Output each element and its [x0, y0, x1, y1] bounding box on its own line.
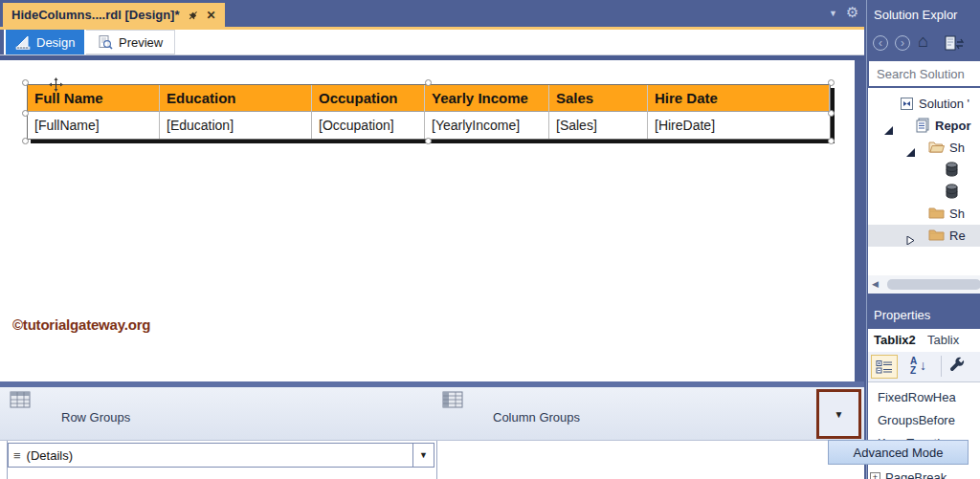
solution-search-box[interactable] — [869, 61, 980, 86]
move-handle-icon[interactable] — [49, 77, 63, 96]
hamburger-icon: ≡ — [9, 448, 27, 463]
tree-item-report-project[interactable]: Repor — [868, 115, 980, 137]
property-row[interactable]: FixedRowHea — [868, 386, 980, 409]
pin-icon[interactable] — [188, 10, 199, 21]
property-pages-wrench-icon[interactable] — [948, 356, 969, 377]
tree-item-label: Sh — [949, 141, 965, 155]
tree-item-shared-datasets[interactable]: Sh — [868, 203, 980, 225]
forward-button[interactable]: › — [895, 35, 910, 51]
report-design-surface[interactable]: Full Name Education Occupation Yearly In… — [0, 60, 855, 381]
database-icon — [946, 162, 958, 181]
selection-handle[interactable] — [22, 138, 29, 144]
selection-handle[interactable] — [828, 110, 835, 117]
property-row[interactable]: GroupsBefore — [868, 409, 980, 432]
row-groups-icon — [10, 391, 31, 412]
categorized-view-button[interactable] — [871, 355, 898, 379]
solution-explorer-toolbar: ‹ › ⌂ — [867, 31, 980, 59]
column-groups-dropdown-button[interactable]: ▼ — [816, 389, 861, 439]
property-row[interactable]: + PageBreak — [868, 467, 980, 479]
details-group-label: (Details) — [27, 448, 412, 463]
details-dropdown-arrow[interactable]: ▼ — [412, 444, 434, 467]
column-groups-label: Column Groups — [493, 410, 580, 425]
tree-item-label: Solution ' — [919, 97, 969, 111]
horizontal-scrollbar[interactable]: ◀ — [868, 275, 980, 294]
expand-plus-icon[interactable]: + — [870, 472, 880, 479]
properties-title: Properties — [874, 308, 930, 322]
alphabetical-sort-button[interactable]: A Z ↓ — [908, 356, 933, 378]
tablix-header-cell[interactable]: Yearly Income — [425, 85, 549, 112]
grouping-header-band: Row Groups Column Groups ▼ — [0, 387, 864, 441]
tablix-header-cell[interactable]: Full Name — [28, 85, 160, 112]
designer-mode-toolbar: Design Preview — [4, 30, 864, 54]
tablix-control[interactable]: Full Name Education Occupation Yearly In… — [27, 84, 831, 140]
grouping-pane: Row Groups Column Groups ▼ ≡ (Details) ▼ — [0, 387, 864, 479]
preview-magnifier-icon — [98, 34, 113, 50]
tablix-header-row: Full Name Education Occupation Yearly In… — [28, 85, 830, 112]
gear-icon[interactable]: ⚙ — [846, 4, 858, 21]
solution-explorer-title: Solution Explor — [874, 8, 957, 22]
folder-icon — [928, 206, 945, 223]
chevron-down-icon: ▼ — [835, 409, 844, 420]
expander-collapsed-icon[interactable] — [906, 231, 915, 240]
scroll-left-icon[interactable]: ◀ — [872, 279, 879, 289]
toolbar-divider — [941, 356, 942, 377]
tablix-data-cell[interactable]: [HireDate] — [648, 112, 830, 139]
back-button[interactable]: ‹ — [873, 35, 888, 51]
tab-design-label: Design — [36, 35, 75, 50]
solution-icon — [900, 96, 915, 115]
menu-item-advanced-mode[interactable]: Advanced Mode — [828, 440, 969, 465]
sort-down-arrow-icon: ↓ — [920, 358, 926, 373]
right-dock-panel: Solution Explor ‹ › ⌂ Solution ' — [866, 0, 980, 479]
expander-expanded-icon[interactable] — [884, 121, 893, 130]
forward-arrow-icon: › — [901, 36, 904, 50]
tree-item-shared-data-sources[interactable]: Sh — [868, 137, 980, 159]
tablix-data-cell[interactable]: [YearlyIncome] — [425, 112, 549, 139]
selection-handle[interactable] — [425, 138, 432, 144]
tab-design[interactable]: Design — [6, 30, 84, 54]
home-icon[interactable]: ⌂ — [918, 32, 928, 52]
report-project-icon — [915, 118, 930, 137]
selection-handle[interactable] — [828, 138, 835, 144]
selection-handle[interactable] — [828, 79, 835, 86]
tablix-header-cell[interactable]: Sales — [549, 85, 648, 112]
tablix-data-cell[interactable]: [FullName] — [28, 112, 160, 139]
tablix-data-cell[interactable]: [Education] — [160, 112, 312, 139]
categorized-icon — [876, 359, 893, 375]
expander-expanded-icon[interactable] — [906, 143, 915, 152]
property-name: GroupsBefore — [878, 413, 955, 427]
back-arrow-icon: ‹ — [879, 36, 882, 50]
column-groups-icon — [442, 391, 463, 412]
object-name: Tablix2 — [874, 333, 916, 347]
sync-with-active-document-icon[interactable] — [945, 34, 969, 55]
tree-item-data-source[interactable] — [868, 159, 980, 181]
properties-object-selector[interactable]: Tablix2 Tablix — [868, 329, 980, 352]
scrollbar-thumb[interactable] — [887, 279, 980, 290]
sort-z-glyph: Z — [910, 365, 916, 376]
close-icon[interactable]: ✕ — [207, 10, 216, 21]
tablix-header-cell[interactable]: Occupation — [312, 85, 425, 112]
tree-item-label: Repor — [935, 119, 971, 133]
folder-icon — [928, 228, 945, 245]
tablix-header-cell[interactable]: Hire Date — [648, 85, 830, 112]
tree-item-data-source[interactable] — [868, 181, 980, 203]
tab-preview[interactable]: Preview — [86, 30, 175, 54]
selection-handle[interactable] — [22, 110, 29, 117]
tree-item-reports[interactable]: Re — [868, 225, 980, 247]
details-group-item[interactable]: ≡ (Details) ▼ — [8, 443, 434, 468]
property-name: PageBreak — [885, 470, 947, 479]
tablix-data-cell[interactable]: [Occupation] — [312, 112, 425, 139]
tree-item-solution[interactable]: Solution ' — [868, 93, 980, 115]
tablix-data-cell[interactable]: [Sales] — [549, 112, 648, 139]
tree-item-label: Re — [949, 229, 966, 243]
property-name: FixedRowHea — [878, 390, 956, 404]
document-list-dropdown-icon[interactable]: ▼ — [829, 9, 837, 18]
tablix-data-row: [FullName] [Education] [Occupation] [Yea… — [28, 112, 830, 139]
tablix-header-cell[interactable]: Education — [160, 85, 312, 112]
document-tab[interactable]: HideColumns....rdl [Design]* ✕ — [3, 3, 225, 27]
selection-handle[interactable] — [22, 79, 29, 86]
grouping-content-divider — [436, 441, 437, 479]
search-input[interactable] — [869, 61, 980, 86]
selection-handle[interactable] — [425, 79, 432, 86]
row-groups-label: Row Groups — [61, 410, 130, 425]
folder-open-icon — [928, 140, 945, 157]
